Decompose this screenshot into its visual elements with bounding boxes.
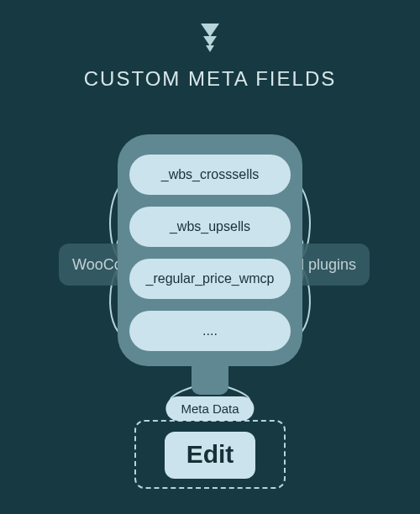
meta-field-label: _regular_price_wmcp bbox=[146, 271, 275, 286]
edit-container: Edit bbox=[134, 420, 286, 489]
meta-field-pill: .... bbox=[129, 311, 291, 351]
meta-field-pill: _wbs_crosssells bbox=[129, 155, 291, 195]
meta-field-pill: _wbs_upsells bbox=[129, 207, 291, 247]
fields-funnel: _wbs_crosssells _wbs_upsells _regular_pr… bbox=[118, 134, 302, 395]
meta-field-label: _wbs_crosssells bbox=[161, 167, 259, 182]
meta-field-pill: _regular_price_wmcp bbox=[129, 259, 291, 299]
meta-data-badge: Meta Data bbox=[165, 396, 254, 421]
meta-field-label: _wbs_upsells bbox=[170, 219, 250, 234]
meta-data-label: Meta Data bbox=[181, 401, 239, 416]
edit-button[interactable]: Edit bbox=[165, 432, 256, 479]
edit-button-label: Edit bbox=[186, 440, 234, 468]
page-title: CUSTOM META FIELDS bbox=[0, 67, 420, 91]
down-arrow-icon bbox=[201, 24, 219, 52]
meta-field-label: .... bbox=[202, 323, 218, 338]
